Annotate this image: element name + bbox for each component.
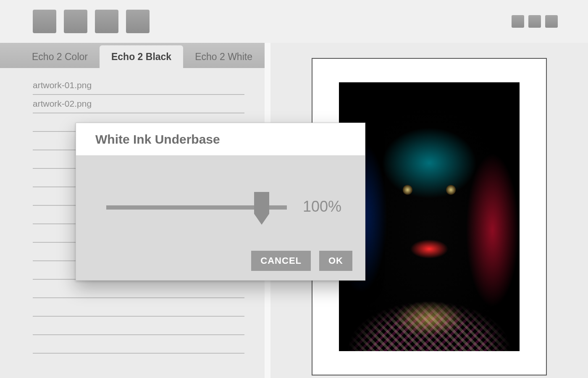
underbase-slider-value: 100% <box>303 198 341 215</box>
dialog-title: White Ink Underbase <box>76 123 365 156</box>
toolbar-button-2[interactable] <box>64 10 87 33</box>
ok-button[interactable]: OK <box>319 251 352 271</box>
tab-echo2-color[interactable]: Echo 2 Color <box>20 45 100 68</box>
tab-bar: Echo 2 Color Echo 2 Black Echo 2 White <box>0 43 265 68</box>
file-row[interactable]: artwork-01.png <box>33 76 244 95</box>
toolbar-small-button-2[interactable] <box>528 15 541 28</box>
toolbar-small-button-3[interactable] <box>545 15 558 28</box>
cancel-button[interactable]: CANCEL <box>251 251 311 271</box>
top-toolbar <box>0 0 588 43</box>
toolbar-button-4[interactable] <box>126 10 150 33</box>
toolbar-button-1[interactable] <box>33 10 56 33</box>
tab-echo2-white[interactable]: Echo 2 White <box>183 45 264 68</box>
main-area: Echo 2 Color Echo 2 Black Echo 2 White a… <box>0 43 588 378</box>
dialog-buttons: CANCEL OK <box>251 251 352 271</box>
dialog-body: 100% <box>76 156 365 248</box>
white-ink-underbase-dialog: White Ink Underbase 100% CANCEL OK <box>76 123 365 281</box>
toolbar-right-group <box>512 15 558 28</box>
toolbar-left-group <box>33 10 150 33</box>
file-row[interactable]: artwork-02.png <box>33 95 244 113</box>
file-row-empty <box>33 298 244 317</box>
tab-echo2-black[interactable]: Echo 2 Black <box>100 45 183 68</box>
file-row-empty <box>33 280 244 298</box>
toolbar-small-button-1[interactable] <box>512 15 524 28</box>
toolbar-button-3[interactable] <box>95 10 118 33</box>
underbase-slider-thumb[interactable] <box>254 192 269 226</box>
file-row-empty <box>33 335 244 354</box>
file-row-empty <box>33 317 244 335</box>
artwork-preview <box>339 82 520 351</box>
